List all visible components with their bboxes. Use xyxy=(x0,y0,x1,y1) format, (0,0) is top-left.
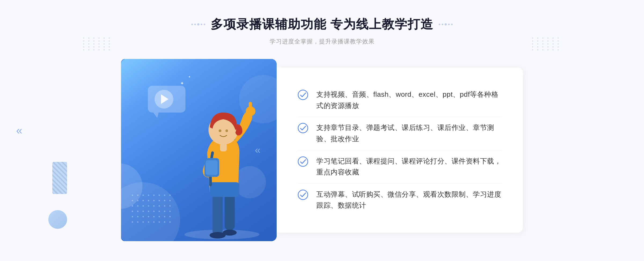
svg-point-4 xyxy=(223,230,237,236)
play-triangle-icon xyxy=(161,94,169,104)
deco-dot-r3 xyxy=(445,23,447,25)
svg-point-10 xyxy=(225,129,228,132)
svg-rect-5 xyxy=(210,182,239,197)
header-deco-right xyxy=(439,23,453,25)
deco-dot-2 xyxy=(194,24,196,25)
sparkle-2: ✦ xyxy=(188,75,191,79)
feature-item-1: 支持视频、音频、flash、word、excel、ppt、pdf等各种格式的资源… xyxy=(298,84,502,117)
svg-point-16 xyxy=(298,157,308,166)
feature-item-2: 支持章节目录、弹题考试、课后练习、课后作业、章节测验、批改作业 xyxy=(298,117,502,150)
check-icon-4 xyxy=(298,189,308,200)
main-content: ✦ ✦ « xyxy=(107,59,537,241)
svg-rect-2 xyxy=(225,193,235,230)
illustration-card-inner: ✦ ✦ « xyxy=(121,59,277,241)
page-container: « 多项录播课辅助功能 专为线上教学打造 xyxy=(0,0,644,261)
header-deco-left xyxy=(191,23,205,25)
deco-dot-4 xyxy=(201,24,202,25)
svg-point-14 xyxy=(298,90,308,100)
deco-dot-r2 xyxy=(442,24,443,25)
deco-dot-5 xyxy=(204,24,205,25)
illustration-card: ✦ ✦ « xyxy=(121,59,277,241)
feature-item-3: 学习笔记回看、课程提问、课程评论打分、课件资料下载，重点内容收藏 xyxy=(298,150,502,183)
deco-dot-3 xyxy=(197,23,199,25)
page-header: 多项录播课辅助功能 专为线上教学打造 学习进度全掌握，提升录播课教学效果 xyxy=(191,0,453,46)
deco-dot-r4 xyxy=(448,24,450,25)
deco-dot-1 xyxy=(191,24,193,25)
left-arrow-decoration: « xyxy=(16,124,22,137)
feature-text-1: 支持视频、音频、flash、word、excel、ppt、pdf等各种格式的资源… xyxy=(316,89,502,111)
feature-item-4: 互动弹幕、试听购买、微信分享、观看次数限制、学习进度跟踪、数据统计 xyxy=(298,183,502,217)
check-icon-3 xyxy=(298,156,308,167)
feature-text-4: 互动弹幕、试听购买、微信分享、观看次数限制、学习进度跟踪、数据统计 xyxy=(316,189,502,211)
svg-point-17 xyxy=(298,190,308,200)
svg-rect-7 xyxy=(249,102,252,113)
feature-text-3: 学习笔记回看、课程提问、课程评论打分、课件资料下载，重点内容收藏 xyxy=(316,156,502,178)
features-panel: 支持视频、音频、flash、word、excel、ppt、pdf等各种格式的资源… xyxy=(276,68,523,233)
title-row: 多项录播课辅助功能 专为线上教学打造 xyxy=(191,16,453,33)
page-title: 多项录播课辅助功能 专为线上教学打造 xyxy=(211,16,434,33)
dot-pattern-top-left xyxy=(83,38,112,50)
feature-text-2: 支持章节目录、弹题考试、课后练习、课后作业、章节测验、批改作业 xyxy=(316,122,502,144)
check-icon-1 xyxy=(298,90,308,100)
person-figure xyxy=(168,86,270,241)
dot-pattern-top-right xyxy=(532,38,561,50)
deco-dot-r1 xyxy=(439,24,440,25)
deco-dot-r5 xyxy=(451,24,453,25)
circle-decoration-bottom-left xyxy=(48,210,67,229)
svg-point-15 xyxy=(298,123,308,133)
page-subtitle: 学习进度全掌握，提升录播课教学效果 xyxy=(191,38,453,46)
striped-decoration xyxy=(52,162,67,194)
svg-rect-1 xyxy=(213,193,223,236)
sparkle-1: ✦ xyxy=(180,80,184,86)
svg-rect-11 xyxy=(220,143,227,151)
check-icon-2 xyxy=(298,123,308,133)
svg-point-9 xyxy=(219,129,221,132)
play-bubble-tail xyxy=(153,113,159,118)
svg-rect-13 xyxy=(206,160,218,175)
